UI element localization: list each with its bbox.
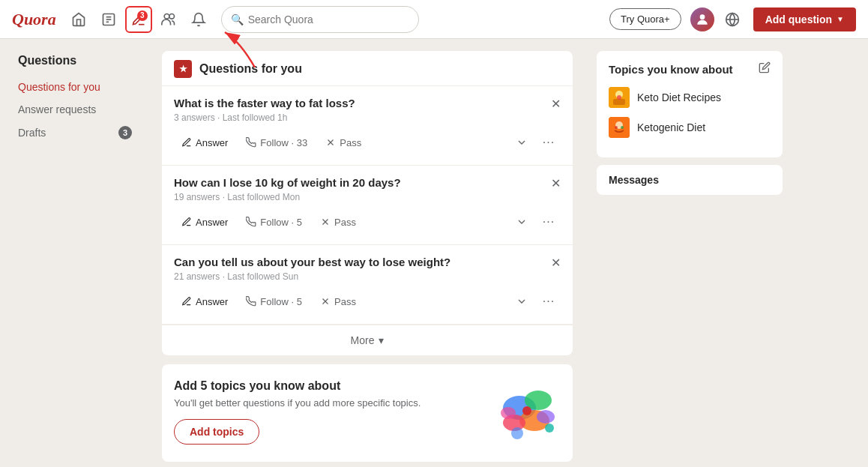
svg-point-19 — [522, 406, 531, 415]
topics-card-header: Topics you know about — [609, 61, 771, 76]
svg-point-27 — [617, 95, 621, 100]
answer-button[interactable]: Answer — [174, 133, 235, 152]
main-content: ★ Questions for you ✕ What is the faster… — [150, 39, 585, 467]
close-button[interactable]: ✕ — [551, 97, 561, 111]
downvote-button[interactable] — [510, 130, 534, 154]
add-topics-card: Add 5 topics you know about You'll get b… — [162, 364, 573, 462]
topic-name: Keto Diet Recipes — [637, 91, 721, 103]
add-topics-button[interactable]: Add topics — [174, 419, 259, 445]
sidebar-title: Questions — [12, 54, 138, 67]
topics-card: Topics you know about Keto Diet Recipes — [597, 51, 783, 157]
drafts-badge: 3 — [118, 126, 132, 139]
answers-button[interactable] — [95, 6, 122, 33]
follow-button[interactable]: Follow · 33 — [238, 133, 315, 152]
more-label: More — [351, 334, 375, 346]
sidebar-item-drafts[interactable]: Drafts 3 — [12, 121, 138, 144]
question-title[interactable]: What is the faster way to fat loss? — [174, 97, 561, 109]
edit-icon[interactable] — [759, 61, 771, 76]
answer-button[interactable]: Answer — [174, 213, 235, 232]
spaces-button[interactable] — [155, 6, 182, 33]
feed-header-title: Questions for you — [199, 62, 302, 76]
chevron-down-icon: ▾ — [379, 334, 384, 346]
language-button[interactable] — [720, 7, 744, 31]
svg-point-22 — [545, 424, 554, 433]
follow-button[interactable]: Follow · 5 — [238, 292, 310, 311]
svg-point-31 — [621, 126, 624, 129]
svg-point-20 — [537, 410, 555, 424]
more-row[interactable]: More ▾ — [162, 325, 573, 355]
follow-button[interactable]: Follow · 5 — [238, 213, 310, 232]
add-question-button[interactable]: Add question ▼ — [753, 7, 856, 31]
question-title[interactable]: How can I lose 10 kg of weight in 20 day… — [174, 176, 561, 189]
home-button[interactable] — [65, 6, 92, 33]
feed-card: ★ Questions for you ✕ What is the faster… — [162, 51, 573, 355]
question-meta: 21 answers · Last followed Sun — [174, 271, 561, 282]
close-button[interactable]: ✕ — [551, 176, 561, 190]
downvote-button[interactable] — [510, 289, 534, 313]
question-item: ✕ What is the faster way to fat loss? 3 … — [162, 86, 573, 166]
quora-logo[interactable]: Quora — [12, 10, 56, 29]
sidebar-item-questions-for-you[interactable]: Questions for you — [12, 76, 138, 97]
svg-rect-26 — [613, 99, 625, 105]
question-item: ✕ Can you tell us about your best way to… — [162, 245, 573, 325]
topic-name: Ketogenic Diet — [637, 121, 705, 133]
search-bar: 🔍 — [221, 6, 419, 33]
svg-point-4 — [164, 13, 169, 19]
add-topics-content: Add 5 topics you know about You'll get b… — [174, 379, 481, 445]
feed-header-icon: ★ — [174, 60, 192, 78]
more-options-button[interactable]: ··· — [537, 130, 561, 154]
question-meta: 19 answers · Last followed Mon — [174, 192, 561, 202]
question-meta: 3 answers · Last followed 1h — [174, 112, 561, 123]
sidebar-item-answer-requests[interactable]: Answer requests — [12, 99, 138, 120]
search-icon: 🔍 — [231, 13, 244, 25]
add-topics-title: Add 5 topics you know about — [174, 379, 481, 393]
sidebar-item-label: Drafts — [18, 127, 46, 139]
chevron-down-icon: ▼ — [837, 15, 844, 23]
pass-button[interactable]: Pass — [313, 292, 364, 311]
header: Quora 3 🔍 Try Quora+ Add question ▼ — [0, 0, 868, 39]
add-topics-description: You'll get better questions if you add m… — [174, 397, 481, 409]
svg-point-5 — [169, 13, 175, 19]
topic-icon — [609, 87, 630, 108]
answer-button[interactable]: Answer — [174, 292, 235, 311]
svg-point-6 — [699, 14, 705, 19]
svg-point-30 — [615, 126, 618, 129]
pass-button[interactable]: Pass — [313, 213, 364, 232]
downvote-button[interactable] — [510, 210, 534, 234]
feed-header: ★ Questions for you — [162, 51, 573, 86]
pass-button[interactable]: Pass — [318, 133, 369, 152]
topic-item[interactable]: Keto Diet Recipes — [609, 87, 771, 108]
right-sidebar: Topics you know about Keto Diet Recipes — [585, 39, 795, 467]
notification-badge: 3 — [137, 10, 148, 21]
svg-point-23 — [511, 427, 523, 439]
question-actions: Answer Follow · 5 Pass ··· — [174, 289, 561, 313]
question-actions: Answer Follow · 33 Pass ··· — [174, 130, 561, 154]
question-actions: Answer Follow · 5 Pass ··· — [174, 210, 561, 234]
page-layout: Questions Questions for you Answer reque… — [0, 39, 868, 467]
svg-point-21 — [501, 407, 516, 419]
close-button[interactable]: ✕ — [551, 256, 561, 270]
sidebar-item-label: Questions for you — [18, 81, 100, 93]
messages-panel: Messages — [597, 165, 783, 195]
try-quora-button[interactable]: Try Quora+ — [609, 8, 681, 30]
topic-item[interactable]: Ketogenic Diet — [609, 117, 771, 138]
search-input[interactable] — [248, 13, 409, 25]
left-sidebar: Questions Questions for you Answer reque… — [0, 39, 150, 467]
notifications-button[interactable] — [185, 6, 212, 33]
avatar[interactable] — [690, 7, 714, 31]
questions-button[interactable]: 3 — [125, 6, 152, 33]
topics-illustration — [493, 379, 561, 447]
question-item: ✕ How can I lose 10 kg of weight in 20 d… — [162, 166, 573, 245]
question-title[interactable]: Can you tell us about your best way to l… — [174, 256, 561, 268]
topics-card-title: Topics you know about — [609, 63, 733, 76]
more-options-button[interactable]: ··· — [537, 210, 561, 234]
messages-title[interactable]: Messages — [609, 174, 659, 186]
more-options-button[interactable]: ··· — [537, 289, 561, 313]
topic-icon — [609, 117, 630, 138]
sidebar-item-label: Answer requests — [18, 103, 96, 115]
